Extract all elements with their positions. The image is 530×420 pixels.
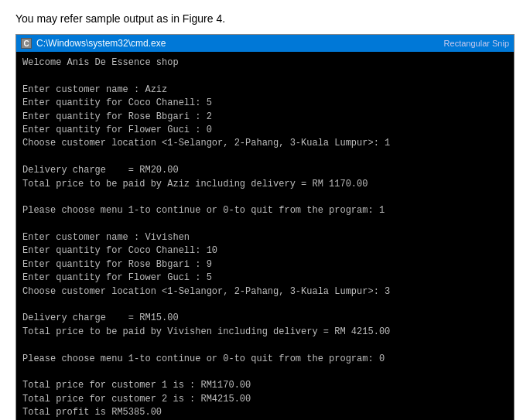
snip-label: Rectangular Snip: [444, 39, 509, 48]
cmd-window: C C:\Windows\system32\cmd.exe Rectangula…: [15, 34, 515, 420]
title-bar-text: C:\Windows\system32\cmd.exe: [36, 38, 444, 49]
cmd-icon: C: [21, 38, 32, 49]
intro-text: You may refer sample output as in Figure…: [15, 12, 515, 25]
title-bar: C C:\Windows\system32\cmd.exe Rectangula…: [16, 35, 514, 52]
terminal-output: Welcome Anis De Essence shop Enter custo…: [16, 52, 514, 420]
